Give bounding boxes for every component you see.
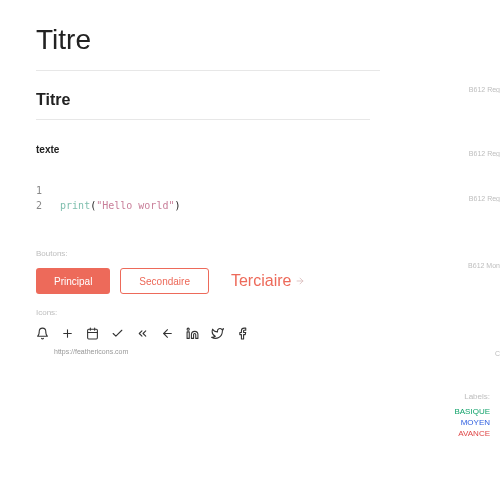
line-number: 1 [36, 183, 48, 198]
bell-icon [36, 327, 49, 340]
body-text: texte [36, 144, 500, 155]
icons-section-label: Icons: [36, 308, 500, 317]
linkedin-icon [186, 327, 199, 340]
chevrons-left-icon [136, 327, 149, 340]
button-row: Principal Secondaire Terciaire [36, 268, 500, 294]
font-note: B612 Reg [469, 150, 500, 157]
divider [36, 119, 370, 120]
label-basique: BASIQUE [454, 407, 490, 416]
label-avance: AVANCE [454, 429, 490, 438]
font-note: B612 Reg [469, 195, 500, 202]
check-icon [111, 327, 124, 340]
icons-link[interactable]: https://feathericons.com [54, 348, 500, 355]
font-note: B612 Reg [469, 86, 500, 93]
labels-section-label: Labels: [454, 392, 490, 401]
tertiary-button-label: Terciaire [231, 272, 291, 290]
code-bracket: ) [174, 200, 180, 211]
svg-rect-3 [88, 329, 98, 339]
facebook-icon [236, 327, 249, 340]
secondary-button[interactable]: Secondaire [120, 268, 209, 294]
arrow-right-icon [295, 276, 305, 286]
divider [36, 70, 380, 71]
code-string: "Hello world" [96, 200, 174, 211]
primary-button[interactable]: Principal [36, 268, 110, 294]
labels-block: Labels: BASIQUE MOYEN AVANCE [454, 392, 490, 440]
code-fn: print [60, 200, 90, 211]
calendar-icon [86, 327, 99, 340]
buttons-section-label: Boutons: [36, 249, 500, 258]
line-number: 2 [36, 198, 48, 213]
arrow-left-icon [161, 327, 174, 340]
tertiary-button[interactable]: Terciaire [225, 272, 311, 290]
code-block: 1 2 print("Hello world") [36, 183, 500, 213]
label-moyen: MOYEN [454, 418, 490, 427]
twitter-icon [211, 327, 224, 340]
section-title: Titre [36, 91, 500, 109]
svg-point-9 [187, 328, 189, 330]
svg-rect-8 [187, 332, 189, 339]
icons-row [36, 327, 500, 340]
page-title: Titre [36, 24, 500, 56]
edge-letter: C [495, 350, 500, 357]
plus-icon [61, 327, 74, 340]
font-note: B612 Mon [468, 262, 500, 269]
